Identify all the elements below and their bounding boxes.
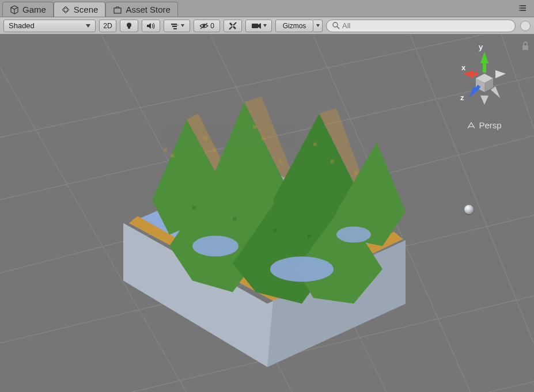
svg-rect-3: [520, 10, 526, 11]
svg-rect-48: [262, 137, 265, 140]
chevron-down-icon: [181, 24, 184, 27]
tools-button[interactable]: [224, 20, 242, 32]
2d-toggle-button[interactable]: 2D: [99, 20, 116, 32]
fx-icon: [170, 22, 179, 30]
eye-off-icon: [199, 22, 209, 29]
svg-rect-52: [354, 172, 357, 175]
visibility-button[interactable]: 0: [194, 20, 220, 32]
camera-icon: [251, 22, 262, 29]
gizmo-y-label: y: [479, 43, 483, 51]
2d-label: 2D: [103, 22, 112, 30]
shading-mode-label: Shaded: [9, 21, 35, 30]
svg-rect-9: [171, 24, 177, 25]
svg-point-15: [333, 22, 338, 27]
tab-asset-store-label: Asset Store: [126, 5, 171, 14]
svg-point-60: [336, 227, 371, 243]
projection-toggle[interactable]: Persp: [450, 120, 519, 130]
chevron-down-icon: [86, 24, 90, 28]
audio-toggle-button[interactable]: [142, 20, 160, 32]
shading-mode-dropdown[interactable]: Shaded: [3, 20, 96, 32]
game-icon: [10, 5, 19, 14]
tab-game-label: Game: [22, 5, 46, 14]
svg-rect-49: [279, 160, 282, 163]
lightbulb-icon: [125, 22, 133, 30]
svg-point-5: [519, 7, 520, 9]
tab-options-button[interactable]: [519, 3, 529, 13]
gizmo-axes-icon[interactable]: [453, 45, 516, 114]
terrain-object[interactable]: [83, 62, 452, 386]
svg-rect-43: [164, 149, 167, 152]
audio-icon: [146, 22, 156, 30]
tab-asset-store[interactable]: Asset Store: [105, 2, 178, 17]
svg-rect-61: [522, 45, 528, 50]
lock-icon[interactable]: [521, 41, 529, 52]
svg-rect-2: [520, 7, 526, 9]
chevron-down-icon: [316, 24, 320, 27]
svg-rect-66: [483, 62, 486, 73]
chevron-down-icon: [263, 24, 267, 27]
scene-icon: [61, 5, 70, 14]
scene-search-input[interactable]: [342, 21, 509, 30]
svg-marker-65: [480, 52, 488, 63]
svg-point-6: [519, 10, 520, 11]
svg-point-58: [192, 236, 238, 257]
svg-marker-73: [480, 96, 488, 105]
svg-rect-45: [204, 137, 207, 140]
gizmos-caret-button[interactable]: [313, 20, 323, 32]
gizmo-z-label: z: [460, 93, 464, 102]
search-icon: [332, 22, 340, 29]
tab-game[interactable]: Game: [2, 2, 54, 17]
svg-rect-54: [233, 218, 236, 221]
tools-icon: [228, 21, 237, 31]
tab-scene[interactable]: Scene: [54, 2, 106, 17]
gizmo-x-label: x: [461, 63, 465, 72]
svg-rect-68: [472, 73, 478, 76]
asset-store-icon: [113, 5, 122, 14]
svg-rect-55: [273, 229, 277, 233]
search-close-button[interactable]: [520, 21, 531, 31]
svg-rect-10: [172, 26, 177, 27]
camera-dropdown-button[interactable]: [245, 20, 272, 32]
svg-rect-8: [128, 27, 130, 29]
svg-rect-53: [192, 206, 196, 210]
svg-rect-51: [331, 160, 334, 163]
scene-viewport[interactable]: x y z Persp: [0, 35, 534, 392]
svg-rect-11: [173, 28, 177, 29]
svg-rect-50: [313, 143, 317, 146]
svg-rect-56: [308, 235, 311, 238]
svg-rect-14: [252, 24, 258, 28]
svg-rect-47: [253, 125, 256, 129]
gizmos-dropdown-button[interactable]: Gizmos: [275, 20, 313, 32]
fx-dropdown-button[interactable]: [164, 20, 190, 32]
svg-rect-44: [171, 154, 174, 158]
tab-scene-label: Scene: [74, 5, 99, 14]
svg-rect-0: [114, 8, 121, 13]
svg-point-59: [270, 257, 334, 282]
svg-rect-46: [213, 149, 216, 152]
scene-toolbar: Shaded 2D: [0, 17, 534, 35]
projection-label: Persp: [479, 120, 501, 130]
unity-scene-window: Game Scene Asset Store: [0, 0, 534, 392]
light-gizmo[interactable]: [464, 205, 474, 214]
gizmos-label: Gizmos: [283, 22, 306, 30]
projection-icon: [467, 122, 475, 129]
svg-marker-72: [491, 86, 500, 98]
svg-point-4: [519, 5, 520, 6]
lighting-toggle-button[interactable]: [120, 20, 138, 32]
svg-line-16: [337, 26, 339, 29]
svg-rect-1: [520, 5, 526, 6]
visibility-count-label: 0: [210, 22, 214, 30]
svg-marker-71: [495, 70, 506, 78]
orientation-gizmo[interactable]: x y z Persp: [450, 45, 519, 130]
tab-bar: Game Scene Asset Store: [0, 0, 534, 17]
svg-point-7: [127, 22, 131, 27]
scene-search-field[interactable]: [326, 20, 516, 32]
